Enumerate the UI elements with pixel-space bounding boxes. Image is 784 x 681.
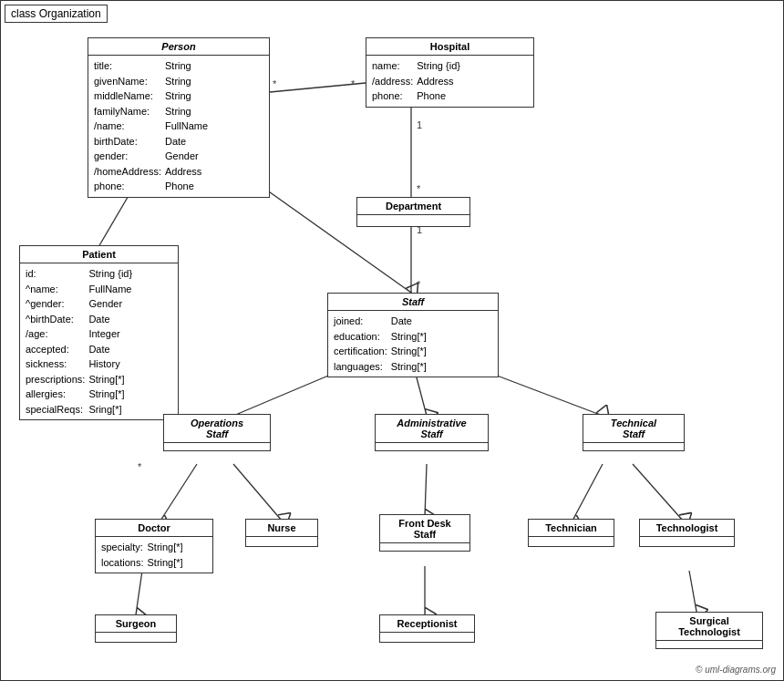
svg-line-6 xyxy=(270,83,366,92)
class-surgeon-body xyxy=(96,633,176,642)
class-operations-staff-body xyxy=(164,443,270,450)
class-person: Person title:String givenName:String mid… xyxy=(88,37,270,198)
class-technician-title: Technician xyxy=(529,520,614,537)
class-staff-body: joined:Date education:String[*] certific… xyxy=(328,311,498,377)
class-department: Department xyxy=(356,197,470,227)
class-surgical-technologist-title: Surgical Technologist xyxy=(656,613,762,641)
class-surgeon-title: Surgeon xyxy=(96,615,176,633)
svg-line-23 xyxy=(573,464,603,521)
class-nurse-body xyxy=(246,537,317,546)
class-patient-body: id:String {id} ^name:FullName ^gender:Ge… xyxy=(20,263,178,419)
class-administrative-staff: Administrative Staff xyxy=(375,414,489,451)
class-operations-staff: Operations Staff xyxy=(163,414,271,451)
svg-text:*: * xyxy=(351,78,356,89)
svg-line-27 xyxy=(689,571,696,612)
diagram-title: class Organization xyxy=(5,5,108,23)
class-hospital: Hospital name:String {id} /address:Addre… xyxy=(366,37,534,108)
class-staff: Staff joined:Date education:String[*] ce… xyxy=(327,293,499,377)
class-technologist: Technologist xyxy=(639,519,735,547)
class-nurse: Nurse xyxy=(245,519,318,547)
class-nurse-title: Nurse xyxy=(246,520,317,537)
class-doctor-title: Doctor xyxy=(96,520,212,537)
class-technologist-title: Technologist xyxy=(640,520,734,537)
class-receptionist-body xyxy=(380,633,474,642)
class-operations-staff-title: Operations Staff xyxy=(164,415,270,443)
class-surgical-technologist: Surgical Technologist xyxy=(655,612,763,649)
class-front-desk-staff-body xyxy=(380,543,469,551)
class-front-desk-staff: Front Desk Staff xyxy=(379,514,470,552)
svg-text:*: * xyxy=(417,183,421,194)
class-department-body xyxy=(357,215,469,226)
class-doctor-body: specialty:String[*] locations:String[*] xyxy=(96,537,212,573)
diagram-container: class Organization xyxy=(0,0,784,681)
class-technologist-body xyxy=(640,537,734,546)
class-surgical-technologist-body xyxy=(656,641,762,648)
svg-line-24 xyxy=(633,464,683,521)
class-technical-staff-body xyxy=(583,443,684,450)
svg-text:*: * xyxy=(417,279,421,290)
class-patient: Patient id:String {id} ^name:FullName ^g… xyxy=(19,245,179,420)
class-receptionist-title: Receptionist xyxy=(380,615,474,633)
svg-text:*: * xyxy=(273,78,277,89)
class-technical-staff: Technical Staff xyxy=(583,414,685,451)
svg-line-22 xyxy=(425,464,427,516)
class-person-title: Person xyxy=(88,38,269,56)
class-patient-title: Patient xyxy=(20,246,178,263)
svg-text:*: * xyxy=(138,461,142,472)
class-surgeon: Surgeon xyxy=(95,614,177,643)
class-hospital-body: name:String {id} /address:Address phone:… xyxy=(366,56,533,107)
class-staff-title: Staff xyxy=(328,294,498,311)
copyright-text: © uml-diagrams.org xyxy=(696,665,776,675)
class-technician: Technician xyxy=(528,519,614,547)
class-front-desk-staff-title: Front Desk Staff xyxy=(380,515,469,543)
svg-line-20 xyxy=(160,464,197,521)
class-person-body: title:String givenName:String middleName… xyxy=(88,56,269,197)
svg-text:1: 1 xyxy=(417,119,422,130)
svg-line-25 xyxy=(136,571,142,614)
class-hospital-title: Hospital xyxy=(366,38,533,56)
class-technical-staff-title: Technical Staff xyxy=(583,415,684,443)
class-administrative-staff-title: Administrative Staff xyxy=(376,415,488,443)
class-technician-body xyxy=(529,537,614,546)
class-doctor: Doctor specialty:String[*] locations:Str… xyxy=(95,519,213,573)
class-receptionist: Receptionist xyxy=(379,614,475,643)
class-department-title: Department xyxy=(357,198,469,215)
class-administrative-staff-body xyxy=(376,443,488,450)
svg-line-21 xyxy=(233,464,282,521)
